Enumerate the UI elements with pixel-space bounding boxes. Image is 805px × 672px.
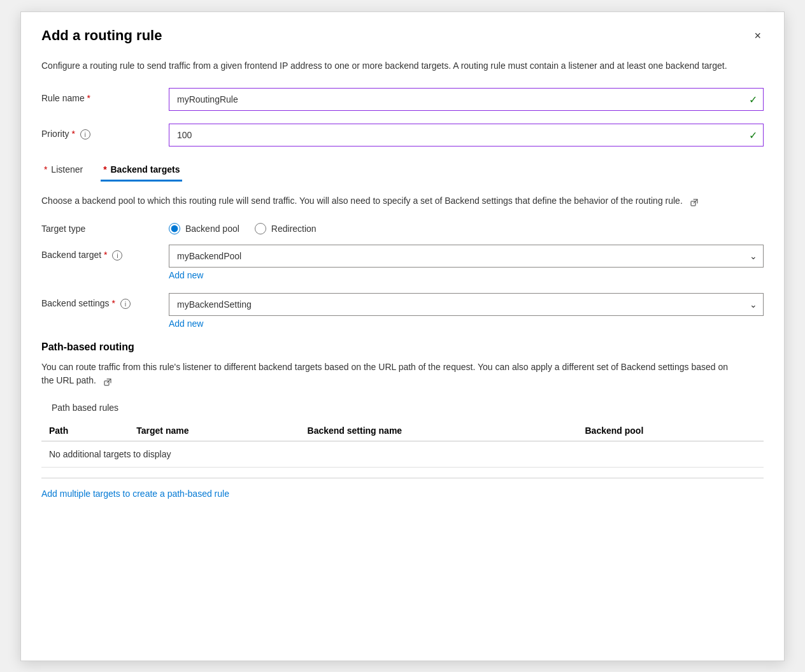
backend-target-field-group: myBackendPool ⌄ Add new <box>169 245 764 288</box>
backend-settings-required: * <box>112 298 115 308</box>
dialog-header: Add a routing rule × <box>41 27 764 44</box>
path-based-rules-table: Path Target name Backend setting name Ba… <box>41 420 764 468</box>
dialog-description: Configure a routing rule to send traffic… <box>41 59 742 73</box>
priority-check-icon: ✓ <box>749 129 757 141</box>
target-type-radio-group: Backend pool Redirection <box>169 223 317 234</box>
rule-name-input-wrapper: ✓ <box>169 88 764 111</box>
close-button[interactable]: × <box>752 27 764 44</box>
backend-pool-radio[interactable] <box>169 223 180 234</box>
redirection-option[interactable]: Redirection <box>255 223 317 234</box>
redirection-radio[interactable] <box>255 223 266 234</box>
path-based-rules-section: Path based rules Path Target name Backen… <box>41 403 764 499</box>
priority-required: * <box>71 129 75 139</box>
column-backend-pool: Backend pool <box>578 420 764 441</box>
column-target-name: Target name <box>129 420 299 441</box>
add-multiple-targets-link[interactable]: Add multiple targets to create a path-ba… <box>41 489 229 499</box>
rule-name-label: Rule name * <box>41 88 169 103</box>
priority-input[interactable] <box>169 124 764 147</box>
backend-settings-field-group: myBackendSetting ⌄ Add new <box>169 293 764 336</box>
bottom-divider <box>41 478 764 478</box>
column-backend-setting-name: Backend setting name <box>300 420 578 441</box>
backend-target-required: * <box>104 250 107 260</box>
rules-table-header: Path Target name Backend setting name Ba… <box>41 420 764 441</box>
tab-listener[interactable]: * Listener <box>41 159 85 181</box>
add-new-backend-settings-link[interactable]: Add new <box>169 318 764 329</box>
add-routing-rule-dialog: Add a routing rule × Configure a routing… <box>20 11 785 661</box>
rules-table-header-row: Path Target name Backend setting name Ba… <box>41 420 764 441</box>
priority-info-icon[interactable]: i <box>80 129 90 139</box>
path-routing-external-link-icon <box>104 376 113 385</box>
tab-backend-targets[interactable]: * Backend targets <box>101 159 182 182</box>
priority-label: Priority * i <box>41 124 169 139</box>
target-type-row: Target type Backend pool Redirection <box>41 223 764 234</box>
backend-pool-label: Backend pool <box>185 224 239 234</box>
backend-target-select[interactable]: myBackendPool <box>169 245 764 268</box>
backend-settings-dropdown-wrapper: myBackendSetting ⌄ <box>169 293 764 316</box>
no-data-row: No additional targets to display <box>41 441 764 467</box>
backend-pool-option[interactable]: Backend pool <box>169 223 239 234</box>
target-type-label: Target type <box>41 224 169 234</box>
rule-name-row: Rule name * ✓ <box>41 88 764 111</box>
rules-table-body: No additional targets to display <box>41 441 764 467</box>
path-based-rules-label: Path based rules <box>52 403 764 413</box>
rule-name-check-icon: ✓ <box>749 93 757 105</box>
dialog-title: Add a routing rule <box>41 27 162 44</box>
backend-settings-select[interactable]: myBackendSetting <box>169 293 764 316</box>
external-link-icon <box>690 197 699 206</box>
backend-target-info-icon[interactable]: i <box>112 250 122 261</box>
backend-settings-row: Backend settings * i myBackendSetting ⌄ … <box>41 293 764 336</box>
add-new-backend-target-link[interactable]: Add new <box>169 270 764 280</box>
redirection-label: Redirection <box>271 224 317 234</box>
column-path: Path <box>41 420 129 441</box>
rule-name-input[interactable] <box>169 88 764 111</box>
backend-settings-info-icon[interactable]: i <box>120 299 131 309</box>
priority-input-wrapper: ✓ <box>169 124 764 147</box>
backend-targets-description: Choose a backend pool to which this rout… <box>41 194 742 208</box>
path-routing-title: Path-based routing <box>41 341 764 353</box>
path-routing-description: You can route traffic from this rule's l… <box>41 361 742 387</box>
backend-targets-section: Choose a backend pool to which this rout… <box>41 194 764 499</box>
no-data-message: No additional targets to display <box>41 441 764 467</box>
backend-settings-label: Backend settings * i <box>41 293 169 309</box>
priority-row: Priority * i ✓ <box>41 124 764 147</box>
tabs-container: * Listener * Backend targets <box>41 159 764 182</box>
backend-target-row: Backend target * i myBackendPool ⌄ Add n… <box>41 245 764 288</box>
backend-target-label: Backend target * i <box>41 245 169 261</box>
rule-name-required: * <box>87 93 90 103</box>
backend-target-dropdown-wrapper: myBackendPool ⌄ <box>169 245 764 268</box>
